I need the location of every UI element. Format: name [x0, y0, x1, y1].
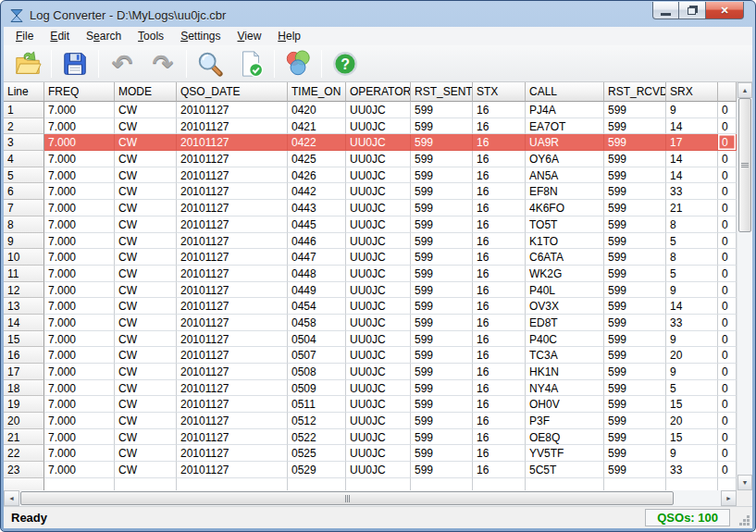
table-row[interactable]: 167.000CW201011270507UU0JC59916TC3A59920…: [4, 347, 737, 364]
table-cell[interactable]: 0458: [288, 315, 346, 331]
table-cell[interactable]: 7.000: [44, 462, 115, 478]
table-cell[interactable]: UU0JC: [346, 429, 411, 446]
table-cell[interactable]: 0: [718, 331, 737, 348]
table-cell[interactable]: [115, 478, 177, 490]
table-cell[interactable]: 0: [718, 151, 737, 167]
table-cell[interactable]: CW: [115, 151, 177, 167]
table-cell[interactable]: 0: [718, 462, 737, 478]
table-cell[interactable]: 599: [411, 445, 473, 462]
menu-tools[interactable]: Tools: [130, 28, 172, 44]
table-cell[interactable]: 20101127: [177, 331, 288, 348]
table-cell[interactable]: 9: [666, 102, 718, 118]
table-cell[interactable]: 7.000: [44, 331, 115, 348]
table-row[interactable]: 57.000CW201011270426UU0JC59916AN5A599140: [4, 167, 737, 184]
table-cell[interactable]: P3F: [526, 413, 604, 429]
table-cell[interactable]: 599: [604, 364, 666, 380]
table-cell[interactable]: 0: [718, 364, 737, 380]
table-cell[interactable]: 20101127: [177, 315, 288, 331]
table-cell[interactable]: 7.000: [44, 217, 115, 233]
table-row[interactable]: 117.000CW201011270448UU0JC59916WK2G59950: [4, 266, 737, 282]
table-cell[interactable]: 0425: [288, 151, 346, 167]
table-cell[interactable]: [346, 478, 411, 490]
table-cell[interactable]: 599: [604, 445, 666, 462]
table-cell[interactable]: 0: [718, 249, 737, 266]
table-cell[interactable]: 20101127: [177, 102, 288, 118]
table-cell[interactable]: 599: [411, 315, 473, 331]
column-header[interactable]: [718, 82, 737, 102]
table-cell[interactable]: 599: [604, 462, 666, 478]
table-cell[interactable]: [473, 478, 526, 490]
table-cell[interactable]: 20101127: [177, 249, 288, 266]
column-header[interactable]: CALL: [526, 82, 604, 102]
table-cell[interactable]: 599: [411, 282, 473, 299]
line-number-cell[interactable]: 7: [4, 200, 44, 217]
table-cell[interactable]: TO5T: [526, 217, 604, 233]
table-cell[interactable]: 20101127: [177, 266, 288, 282]
table-row[interactable]: 147.000CW201011270458UU0JC59916ED8T59933…: [4, 315, 737, 331]
table-cell[interactable]: UU0JC: [346, 233, 411, 250]
table-row[interactable]: 217.000CW201011270522UU0JC59916OE8Q59915…: [4, 429, 737, 446]
table-cell[interactable]: 599: [411, 331, 473, 348]
table-cell[interactable]: 599: [604, 429, 666, 446]
table-cell[interactable]: 599: [411, 396, 473, 413]
table-cell[interactable]: 7.000: [44, 298, 115, 315]
table-cell[interactable]: TC3A: [526, 347, 604, 364]
table-cell[interactable]: 9: [666, 445, 718, 462]
scroll-left-button[interactable]: ◄: [4, 490, 19, 506]
table-cell[interactable]: 0: [718, 217, 737, 233]
table-cell[interactable]: 16: [473, 167, 526, 184]
table-cell[interactable]: 20101127: [177, 134, 288, 151]
table-cell[interactable]: 33: [666, 462, 718, 478]
table-cell[interactable]: P40C: [526, 331, 604, 348]
table-cell[interactable]: 16: [473, 102, 526, 118]
table-cell[interactable]: [604, 478, 666, 490]
table-cell[interactable]: CW: [115, 413, 177, 429]
table-cell[interactable]: UU0JC: [346, 118, 411, 135]
table-cell[interactable]: CW: [115, 200, 177, 217]
table-cell[interactable]: 20101127: [177, 167, 288, 184]
line-number-cell[interactable]: 18: [4, 380, 44, 397]
table-cell[interactable]: 0: [718, 380, 737, 397]
table-cell[interactable]: 599: [411, 167, 473, 184]
line-number-cell[interactable]: 1: [4, 102, 44, 118]
table-cell[interactable]: 0: [718, 102, 737, 118]
table-cell[interactable]: 14: [666, 167, 718, 184]
table-row[interactable]: 37.000CW201011270422UU0JC59916UA9R599170: [4, 134, 737, 151]
table-cell[interactable]: 0: [718, 282, 737, 299]
menu-help[interactable]: Help: [269, 28, 309, 44]
table-row[interactable]: 47.000CW201011270425UU0JC59916OY6A599140: [4, 151, 737, 167]
table-cell[interactable]: 20101127: [177, 364, 288, 380]
table-cell[interactable]: 16: [473, 233, 526, 250]
table-cell[interactable]: OH0V: [526, 396, 604, 413]
save-button[interactable]: [55, 47, 95, 80]
table-cell[interactable]: 599: [604, 151, 666, 167]
table-cell[interactable]: 7.000: [44, 347, 115, 364]
menu-file[interactable]: File: [7, 28, 42, 44]
redo-button[interactable]: ↷: [143, 47, 183, 80]
table-cell[interactable]: 20101127: [177, 200, 288, 217]
table-cell[interactable]: [718, 478, 737, 490]
menu-search[interactable]: Search: [78, 28, 130, 44]
table-cell[interactable]: 0420: [288, 102, 346, 118]
table-cell[interactable]: CW: [115, 167, 177, 184]
table-cell[interactable]: 599: [604, 167, 666, 184]
column-header[interactable]: TIME_ON: [288, 82, 346, 102]
table-cell[interactable]: 7.000: [44, 134, 115, 151]
table-cell[interactable]: UU0JC: [346, 396, 411, 413]
table-cell[interactable]: 7.000: [44, 445, 115, 462]
vertical-scrollbar[interactable]: ▲ ▼: [737, 82, 752, 490]
table-cell[interactable]: 33: [666, 183, 718, 200]
table-cell[interactable]: 599: [411, 217, 473, 233]
table-cell[interactable]: 599: [411, 118, 473, 135]
table-cell[interactable]: CW: [115, 396, 177, 413]
table-cell[interactable]: 8: [666, 249, 718, 266]
line-number-cell[interactable]: 16: [4, 347, 44, 364]
table-cell[interactable]: CW: [115, 364, 177, 380]
table-row[interactable]: 107.000CW201011270447UU0JC59916C6ATA5998…: [4, 249, 737, 266]
table-cell[interactable]: 16: [473, 445, 526, 462]
table-cell[interactable]: 599: [604, 249, 666, 266]
table-cell[interactable]: 0454: [288, 298, 346, 315]
table-cell[interactable]: UU0JC: [346, 445, 411, 462]
table-cell[interactable]: 16: [473, 429, 526, 446]
minimize-button[interactable]: [652, 2, 679, 19]
